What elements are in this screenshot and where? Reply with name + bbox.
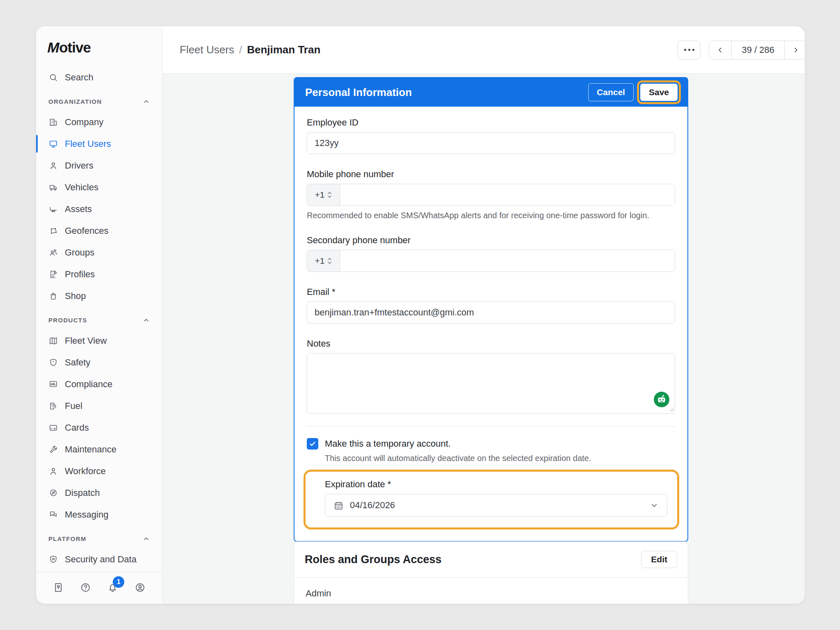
company-icon bbox=[48, 117, 58, 127]
email-field[interactable] bbox=[307, 301, 675, 324]
workforce-icon bbox=[48, 466, 58, 476]
roles-groups-card: Roles and Groups Access Edit Admin bbox=[294, 541, 688, 604]
sidebar-item-fuel[interactable]: Fuel bbox=[36, 395, 162, 417]
sidebar-item-compliance[interactable]: Compliance bbox=[36, 373, 162, 395]
sidebar-item-vehicles[interactable]: Vehicles bbox=[36, 176, 162, 198]
sidebar-item-label: Fleet View bbox=[65, 336, 107, 346]
notifications-button[interactable]: 1 bbox=[107, 582, 118, 594]
email-group: Email * bbox=[307, 287, 675, 324]
chevron-down-icon bbox=[650, 501, 659, 510]
card-actions: Cancel Save bbox=[588, 80, 681, 104]
profiles-icon bbox=[48, 269, 58, 279]
expiration-date-field[interactable]: 04/16/2026 bbox=[325, 494, 667, 517]
compliance-icon bbox=[48, 379, 58, 389]
sidebar-item-fleet-view[interactable]: Fleet View bbox=[36, 330, 162, 352]
expiration-highlight-ring: Expiration date * 04/16/2026 bbox=[304, 470, 679, 530]
assets-icon bbox=[48, 204, 58, 214]
logo-m: M bbox=[46, 39, 61, 56]
account-button[interactable] bbox=[135, 582, 146, 594]
fleet-users-icon bbox=[48, 139, 58, 149]
section-heading-label: ORGANIZATION bbox=[48, 98, 102, 105]
notes-field[interactable] bbox=[307, 353, 675, 414]
sidebar-item-label: Groups bbox=[65, 247, 94, 258]
sidebar-item-fleet-users[interactable]: Fleet Users bbox=[36, 133, 162, 155]
sidebar-section-products: PRODUCTS bbox=[36, 310, 162, 330]
sidebar-item-groups[interactable]: Groups bbox=[36, 242, 162, 263]
secondary-phone-field[interactable] bbox=[340, 250, 675, 272]
chevron-up-icon[interactable] bbox=[143, 535, 150, 542]
notes-group: Notes bbox=[307, 338, 675, 414]
safety-icon bbox=[48, 358, 58, 368]
help-button[interactable] bbox=[80, 582, 91, 594]
sidebar-item-search[interactable]: Search bbox=[36, 66, 162, 88]
sidebar-item-shop[interactable]: Shop bbox=[36, 285, 162, 307]
cancel-button[interactable]: Cancel bbox=[588, 83, 634, 101]
ellipsis-icon bbox=[684, 49, 686, 51]
mobile-country-code-select[interactable]: +1 bbox=[307, 184, 340, 205]
section-heading-label: PLATFORM bbox=[48, 535, 87, 542]
help-icon bbox=[80, 582, 91, 593]
calendar-icon bbox=[333, 500, 344, 511]
resources-button[interactable] bbox=[52, 582, 64, 594]
temporary-account-label[interactable]: Make this a temporary account. bbox=[325, 438, 451, 450]
mobile-phone-group: Mobile phone number +1 Recomm bbox=[307, 169, 675, 220]
vehicles-icon bbox=[48, 183, 58, 192]
previous-record-button[interactable] bbox=[709, 41, 731, 59]
sidebar-item-label: Shop bbox=[65, 291, 86, 301]
chevron-left-icon bbox=[717, 46, 724, 54]
country-code-value: +1 bbox=[315, 256, 325, 266]
ellipsis-icon bbox=[692, 49, 694, 51]
search-icon bbox=[48, 73, 58, 82]
sidebar-item-label: Company bbox=[65, 117, 103, 128]
sidebar-item-safety[interactable]: Safety bbox=[36, 352, 162, 373]
sidebar-item-label: Dispatch bbox=[65, 488, 100, 498]
motive-logo: Motive bbox=[48, 39, 162, 56]
chevron-up-icon[interactable] bbox=[143, 317, 150, 324]
dispatch-icon bbox=[48, 488, 58, 498]
personal-information-header: Personal Information Cancel Save bbox=[294, 78, 687, 107]
textarea-resize-handle[interactable] bbox=[669, 407, 673, 411]
sidebar-item-dispatch[interactable]: Dispatch bbox=[36, 482, 162, 504]
employee-id-field[interactable] bbox=[307, 132, 675, 154]
sidebar-item-label: Fleet Users bbox=[65, 139, 111, 149]
sidebar-item-security-and-data[interactable]: Security and Data bbox=[36, 548, 162, 570]
sidebar-item-label: Maintenance bbox=[65, 444, 116, 455]
groups-icon bbox=[48, 248, 58, 258]
edit-button[interactable]: Edit bbox=[641, 551, 677, 568]
sidebar-item-profiles[interactable]: Profiles bbox=[36, 263, 162, 285]
select-arrows-icon bbox=[327, 258, 332, 264]
country-code-value: +1 bbox=[315, 190, 325, 200]
fuel-icon bbox=[48, 401, 58, 411]
geofences-icon bbox=[48, 226, 58, 236]
role-value: Admin bbox=[294, 578, 688, 604]
security-icon bbox=[48, 555, 58, 564]
sidebar-item-geofences[interactable]: Geofences bbox=[36, 220, 162, 242]
roles-groups-header: Roles and Groups Access Edit bbox=[294, 542, 688, 577]
sidebar-item-drivers[interactable]: Drivers bbox=[36, 155, 162, 176]
save-button[interactable]: Save bbox=[640, 84, 678, 101]
chevron-up-icon[interactable] bbox=[143, 98, 150, 105]
app-window: Motive Search ORGANIZATION Company Fleet… bbox=[36, 26, 805, 604]
temporary-account-checkbox[interactable] bbox=[307, 438, 318, 450]
sidebar-item-workforce[interactable]: Workforce bbox=[36, 460, 162, 482]
sidebar-item-cards[interactable]: Cards bbox=[36, 417, 162, 438]
next-record-button[interactable] bbox=[785, 41, 805, 59]
sidebar-item-company[interactable]: Company bbox=[36, 111, 162, 133]
content-area: Personal Information Cancel Save Employe… bbox=[162, 74, 805, 604]
sidebar-item-messaging[interactable]: Messaging bbox=[36, 504, 162, 525]
more-options-button[interactable] bbox=[678, 41, 701, 59]
mobile-phone-field[interactable] bbox=[340, 184, 675, 205]
notes-label: Notes bbox=[307, 338, 675, 349]
secondary-country-code-select[interactable]: +1 bbox=[307, 250, 340, 272]
temporary-account-row: Make this a temporary account. bbox=[307, 438, 675, 450]
sidebar-item-label: Vehicles bbox=[65, 182, 98, 193]
sidebar-item-assets[interactable]: Assets bbox=[36, 198, 162, 220]
temporary-account-description: This account will automatically deactiva… bbox=[325, 454, 675, 463]
ai-assistant-bot-icon[interactable] bbox=[654, 392, 669, 407]
sidebar-section-platform: PLATFORM bbox=[36, 529, 162, 548]
breadcrumb-parent[interactable]: Fleet Users bbox=[180, 43, 234, 56]
section-heading-label: PRODUCTS bbox=[48, 317, 87, 324]
account-icon bbox=[135, 582, 146, 593]
sidebar-item-maintenance[interactable]: Maintenance bbox=[36, 438, 162, 460]
messaging-icon bbox=[48, 510, 58, 520]
